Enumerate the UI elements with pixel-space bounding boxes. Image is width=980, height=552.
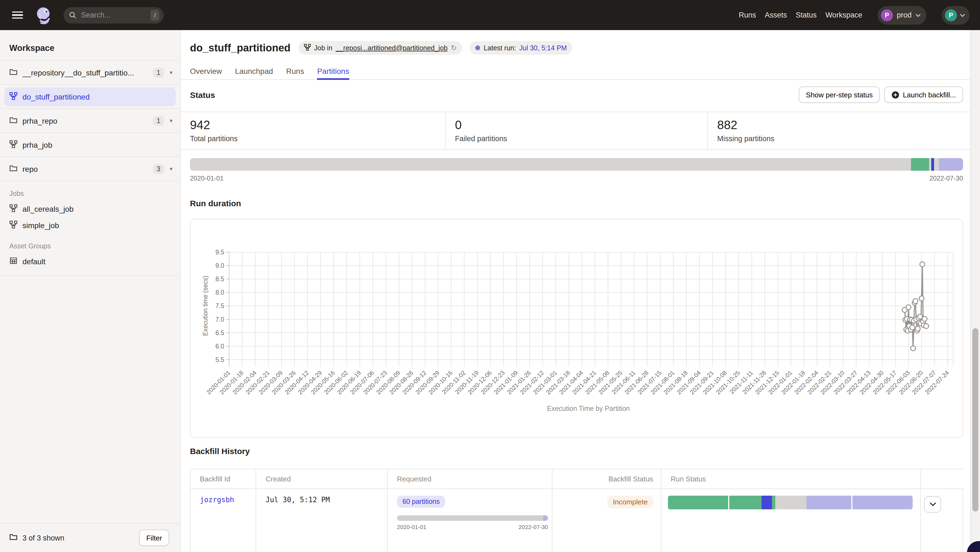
- y-tick-label: 7.5: [215, 302, 224, 309]
- chevron-down-icon: [929, 502, 936, 507]
- scrollbar-thumb[interactable]: [972, 328, 978, 512]
- created-timestamp: Jul 30, 5:12 PM: [256, 489, 387, 552]
- column-header-requested: Requested: [387, 470, 552, 489]
- data-point[interactable]: [918, 314, 923, 319]
- sidebar-item-__repository__do_stuff_partitio-[interactable]: __repository__do_stuff_partitio...1▾: [0, 61, 180, 85]
- sidebar-item-prha_repo[interactable]: prha_repo1▾: [0, 109, 180, 133]
- latest-run-link[interactable]: Jul 30, 5:14 PM: [519, 44, 567, 52]
- tab-partitions[interactable]: Partitions: [317, 67, 349, 79]
- sidebar-item-all_cereals_job[interactable]: all_cereals_job: [0, 201, 180, 217]
- data-point[interactable]: [913, 299, 918, 304]
- data-point[interactable]: [915, 326, 920, 331]
- top-nav-links: RunsAssetsStatusWorkspace: [739, 11, 862, 19]
- backfill-status-badge: Incomplete: [608, 496, 653, 508]
- user-menu[interactable]: P: [942, 6, 970, 24]
- nav-link-runs[interactable]: Runs: [739, 11, 756, 19]
- bar-segment: [929, 158, 931, 171]
- search-shortcut-key: /: [151, 10, 159, 21]
- nav-link-assets[interactable]: Assets: [765, 11, 787, 19]
- launch-backfill-button[interactable]: Launch backfill...: [884, 86, 963, 103]
- run-status-dot-icon: [476, 45, 480, 50]
- data-point[interactable]: [911, 346, 916, 351]
- asset-group-icon: [9, 257, 18, 266]
- requested-partitions-bar: [397, 516, 548, 521]
- table-cell: [920, 489, 964, 552]
- status-section-header: Status Show per-step status Launch backf…: [190, 86, 963, 103]
- search-icon: [69, 11, 76, 19]
- bar-segment: [762, 496, 772, 509]
- main-content: do_stuff_partitioned Job in __reposi...a…: [181, 30, 970, 552]
- job-origin-link[interactable]: __reposi...artitioned@partitioned_job: [336, 44, 447, 52]
- data-point[interactable]: [910, 325, 915, 330]
- data-point[interactable]: [920, 262, 925, 267]
- stat-missing-partitions: 882Missing partitions: [707, 112, 970, 149]
- y-axis-title: Execution time (secs): [202, 276, 209, 336]
- folder-icon: [9, 116, 18, 125]
- run-duration-title: Run duration: [190, 198, 963, 208]
- backfill-table-header: Backfill IdCreatedRequestedBackfill Stat…: [191, 470, 963, 489]
- deployment-switcher[interactable]: P prod: [878, 6, 926, 24]
- nav-link-status[interactable]: Status: [796, 11, 817, 19]
- sidebar-section-label: Asset Groups: [0, 233, 180, 253]
- tab-launchpad[interactable]: Launchpad: [235, 67, 273, 79]
- bar-segment: [772, 496, 775, 509]
- tab-bar: OverviewLaunchpadRunsPartitions: [181, 55, 970, 80]
- partition-status-bar[interactable]: [190, 158, 963, 171]
- data-point[interactable]: [922, 316, 927, 321]
- nav-link-workspace[interactable]: Workspace: [825, 11, 862, 19]
- status-title: Status: [190, 90, 215, 99]
- caret-down-icon[interactable]: ▾: [170, 166, 172, 172]
- execution-time-chart: 9.59.08.58.07.57.06.56.05.52020-01-01202…: [191, 219, 963, 437]
- column-header-created: Created: [256, 470, 387, 489]
- tab-overview[interactable]: Overview: [190, 67, 222, 79]
- sidebar-item-label: all_cereals_job: [22, 205, 171, 213]
- dagster-logo-icon[interactable]: [34, 5, 54, 25]
- show-per-step-status-button[interactable]: Show per-step status: [799, 86, 880, 103]
- menu-icon[interactable]: [12, 11, 23, 19]
- data-point[interactable]: [919, 296, 924, 301]
- bar-segment: [397, 516, 543, 521]
- stat-value: 0: [455, 118, 707, 132]
- partition-status-section: 2020-01-01 2022-07-30: [190, 158, 963, 182]
- sidebar-item-label: repo: [22, 164, 148, 173]
- job-origin-pill: Job in __reposi...artitioned@partitioned…: [298, 41, 462, 55]
- stat-failed-partitions: 0Failed partitions: [445, 112, 707, 149]
- filter-button[interactable]: Filter: [139, 530, 169, 546]
- bar-segment: [190, 158, 911, 171]
- y-tick-label: 5.5: [215, 356, 224, 363]
- folder-icon: [9, 533, 18, 543]
- sidebar-item-prha_job[interactable]: prha_job: [0, 133, 180, 157]
- sidebar-item-label: simple_job: [22, 221, 171, 230]
- page-scrollbar[interactable]: [970, 30, 980, 552]
- bar-segment: [775, 496, 807, 509]
- table-cell: jozrgsbh: [191, 489, 256, 552]
- user-avatar: P: [945, 9, 957, 21]
- bar-segment: [934, 158, 939, 171]
- data-point[interactable]: [924, 324, 929, 328]
- sidebar-item-do_stuff_partitioned-selected[interactable]: do_stuff_partitioned: [5, 87, 176, 106]
- requested-range: 2020-01-012022-07-30: [397, 523, 548, 530]
- run-status-bar[interactable]: [668, 496, 913, 509]
- page-header: do_stuff_partitioned Job in __reposi...a…: [190, 41, 963, 55]
- search-input[interactable]: Search... /: [64, 7, 164, 23]
- y-tick-label: 8.5: [215, 276, 224, 282]
- tab-runs[interactable]: Runs: [286, 67, 304, 79]
- table-cell: Incomplete: [552, 489, 661, 552]
- expand-row-button[interactable]: [924, 496, 941, 512]
- data-point[interactable]: [906, 305, 911, 310]
- backfill-id-link[interactable]: jozrgsbh: [200, 496, 234, 504]
- table-cell: [661, 489, 920, 552]
- caret-down-icon[interactable]: ▾: [170, 117, 172, 124]
- item-count-badge: 3: [153, 164, 164, 174]
- sidebar-section-label: Jobs: [0, 181, 180, 201]
- sidebar-item-default[interactable]: default: [0, 253, 180, 270]
- bar-segment: [911, 158, 929, 171]
- sidebar-item-simple_job[interactable]: simple_job: [0, 217, 180, 233]
- caret-down-icon[interactable]: ▾: [170, 70, 172, 76]
- requested-partitions-badge[interactable]: 60 partitions: [397, 496, 445, 508]
- sidebar-item-repo[interactable]: repo3▾: [0, 157, 180, 181]
- deployment-label: prod: [897, 11, 912, 19]
- backfill-history-title: Backfill History: [190, 446, 963, 456]
- stat-label: Failed partitions: [455, 135, 707, 143]
- refresh-icon[interactable]: ↻: [451, 44, 457, 52]
